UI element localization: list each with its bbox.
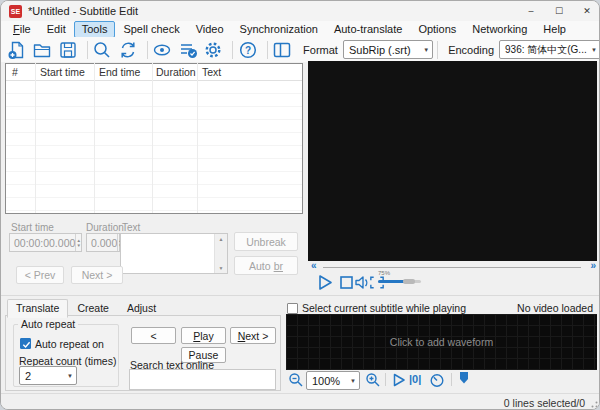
- column-end-time[interactable]: End time: [99, 66, 140, 78]
- auto-br-button[interactable]: Autobr: [234, 256, 298, 275]
- menu-options[interactable]: Options: [410, 21, 464, 38]
- waveform-panel[interactable]: Click to add waveform: [286, 314, 597, 370]
- select-current-subtitle-label: Select current subtitle while playing: [302, 302, 466, 314]
- menu-tools[interactable]: Tools: [74, 21, 116, 38]
- text-scrollbar[interactable]: ▲ ▼: [214, 234, 227, 273]
- open-file-button[interactable]: [32, 39, 54, 61]
- menu-help[interactable]: Help: [535, 21, 574, 38]
- scroll-down-icon[interactable]: ▼: [219, 265, 224, 271]
- maximize-button[interactable]: ☐: [545, 1, 573, 21]
- menu-networking[interactable]: Networking: [464, 21, 535, 38]
- start-time-input[interactable]: 00:00:00.000 ▲▼: [9, 233, 82, 252]
- auto-repeat-label: Auto repeat on: [35, 338, 104, 350]
- chevron-down-icon: ▼: [419, 47, 429, 53]
- encoding-label: Encoding: [448, 44, 494, 56]
- play-button[interactable]: Play: [181, 327, 226, 344]
- subtitle-text-input[interactable]: ▲ ▼: [120, 233, 228, 274]
- subtitle-list-body[interactable]: [6, 81, 302, 213]
- seek-back-icon[interactable]: «: [311, 260, 316, 271]
- duration-input[interactable]: 0.000 ▲▼: [86, 233, 120, 252]
- seek-forward-icon[interactable]: »: [590, 260, 595, 271]
- auto-br-accel: br: [274, 260, 283, 272]
- new-file-icon: [7, 40, 27, 60]
- menu-bar: File Edit Tools Spell check Video Synchr…: [1, 21, 600, 37]
- waveform-zoom-in-button[interactable]: [365, 372, 381, 388]
- next-button[interactable]: Next >: [230, 327, 276, 344]
- layout-button[interactable]: [272, 39, 294, 61]
- format-value: SubRip (.srt): [349, 44, 411, 56]
- window-title: *Untitled - Subtitle Edit: [28, 5, 138, 17]
- waveform-zoom-combobox[interactable]: 100% ▼: [306, 371, 360, 390]
- auto-repeat-checkbox[interactable]: [20, 338, 31, 349]
- waveform-play-button[interactable]: [391, 372, 407, 388]
- column-divider: [94, 63, 95, 213]
- play-from-start-button[interactable]: |0|: [409, 373, 421, 385]
- column-divider: [152, 63, 153, 213]
- save-icon: [58, 40, 78, 60]
- playback-speed-button[interactable]: [429, 372, 445, 388]
- start-time-value: 00:00:00.000: [10, 237, 75, 249]
- search-text-input[interactable]: [129, 369, 276, 390]
- encoding-value: 936: 简体中文(G...: [505, 43, 587, 57]
- select-current-subtitle-checkbox[interactable]: [287, 303, 298, 314]
- play-icon: [316, 273, 335, 292]
- back-button[interactable]: <: [131, 327, 176, 344]
- column-number[interactable]: #: [12, 66, 18, 78]
- lines-selected-status: 0 lines selected/0: [504, 397, 585, 409]
- close-button[interactable]: ✕: [573, 1, 600, 21]
- video-player[interactable]: [308, 61, 597, 261]
- settings-button[interactable]: [203, 39, 225, 61]
- menu-video[interactable]: Video: [188, 21, 232, 38]
- layout-icon: [272, 40, 292, 60]
- seek-track[interactable]: [323, 267, 581, 268]
- scroll-up-icon[interactable]: ▲: [219, 236, 224, 242]
- panel-divider: [1, 295, 600, 296]
- menu-edit[interactable]: Edit: [39, 21, 74, 38]
- toolbar-separator: [87, 41, 88, 59]
- spin-down-icon[interactable]: ▼: [76, 243, 80, 248]
- waveform-placeholder: Click to add waveform: [390, 336, 493, 348]
- waveform-position-marker[interactable]: [459, 371, 469, 385]
- spinner-arrows[interactable]: ▲▼: [75, 234, 81, 251]
- menu-file[interactable]: File: [5, 21, 39, 38]
- unbreak-button[interactable]: Unbreak: [234, 232, 298, 251]
- waveform-zoom-value: 100%: [312, 375, 340, 387]
- video-seek-bar[interactable]: « »: [309, 263, 597, 273]
- status-bar: 0 lines selected/0: [1, 393, 600, 410]
- volume-slider[interactable]: [378, 280, 421, 283]
- column-text[interactable]: Text: [202, 66, 221, 78]
- new-file-button[interactable]: [6, 39, 28, 61]
- replace-button[interactable]: [117, 39, 139, 61]
- video-play-button[interactable]: [316, 273, 335, 292]
- encoding-combobox[interactable]: 936: 简体中文(G... ▼: [499, 40, 600, 59]
- toolbar-separator: [267, 41, 268, 59]
- waveform-zoom-out-button[interactable]: [288, 372, 304, 388]
- help-button[interactable]: ?: [237, 39, 259, 61]
- visual-sync-button[interactable]: [152, 39, 174, 61]
- resize-grip[interactable]: [588, 398, 598, 408]
- volume-thumb[interactable]: [403, 279, 415, 284]
- toolbar: ? Format SubRip (.srt) ▼ Encoding 936: 简…: [1, 37, 600, 62]
- play-label: Play: [182, 330, 225, 342]
- open-folder-icon: [32, 40, 52, 60]
- save-button[interactable]: [57, 39, 79, 61]
- find-button[interactable]: [92, 39, 114, 61]
- help-icon: ?: [238, 40, 258, 60]
- menu-auto-translate[interactable]: Auto-translate: [326, 21, 410, 38]
- column-start-time[interactable]: Start time: [40, 66, 85, 78]
- menu-spell-check[interactable]: Spell check: [115, 21, 187, 38]
- next-subtitle-button[interactable]: Next >: [71, 266, 123, 284]
- format-combobox[interactable]: SubRip (.srt) ▼: [343, 40, 433, 59]
- repeat-count-combobox[interactable]: 2 ▼: [19, 366, 77, 385]
- prev-subtitle-button[interactable]: < Prev: [16, 266, 64, 284]
- subtitle-list[interactable]: # Start time End time Duration Text: [5, 63, 303, 214]
- spell-check-button[interactable]: [177, 39, 199, 61]
- minimize-button[interactable]: –: [517, 1, 545, 21]
- play-icon: [391, 372, 407, 388]
- menu-synchronization[interactable]: Synchronization: [232, 21, 326, 38]
- column-duration[interactable]: Duration: [156, 66, 196, 78]
- subtitle-list-header: # Start time End time Duration Text: [6, 64, 302, 81]
- search-icon: [92, 40, 112, 60]
- tab-translate[interactable]: Translate: [7, 299, 68, 318]
- duration-value: 0.000: [87, 237, 117, 249]
